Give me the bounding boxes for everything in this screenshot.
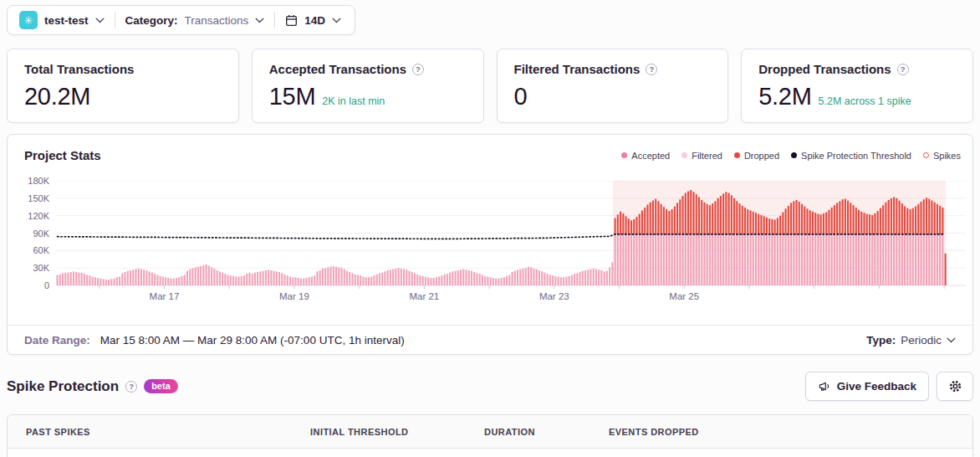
- legend-swatch-icon: [681, 152, 687, 158]
- project-stats-card: Project Stats AcceptedFilteredDroppedSpi…: [7, 134, 973, 355]
- type-selector[interactable]: Type: Periodic: [866, 334, 956, 347]
- chart-footer: Date Range: Mar 15 8:00 AM — Mar 29 8:00…: [8, 325, 972, 355]
- help-icon[interactable]: ?: [412, 64, 424, 75]
- table-header-row: Past Spikes Initial Threshold Duration E…: [8, 415, 972, 449]
- y-axis-label: 60K: [8, 245, 49, 255]
- legend-item-spikes[interactable]: Spikes: [923, 151, 961, 161]
- help-icon[interactable]: ?: [646, 64, 657, 75]
- legend-swatch-icon: [923, 152, 929, 158]
- section-title: Spike Protection: [7, 378, 119, 395]
- give-feedback-button[interactable]: Give Feedback: [805, 372, 929, 401]
- col-initial-threshold: Initial Threshold: [310, 427, 484, 437]
- stat-card-dropped: Dropped Transactions ? 5.2M 5.2M across …: [741, 49, 973, 123]
- project-stats-chart[interactable]: [56, 181, 966, 290]
- card-title: Total Transactions: [24, 62, 134, 76]
- legend-label: Spike Protection Threshold: [801, 151, 911, 161]
- legend-swatch-icon: [734, 152, 740, 158]
- col-past-spikes: Past Spikes: [26, 427, 310, 437]
- megaphone-icon: [818, 380, 830, 393]
- help-icon[interactable]: ?: [125, 381, 137, 393]
- chevron-down-icon: [255, 18, 264, 23]
- legend-label: Dropped: [744, 151, 779, 161]
- chevron-down-icon: [95, 18, 105, 23]
- filter-bar: ✳ test-test Category: Transactions 14D: [7, 5, 355, 35]
- project-avatar-icon: ✳: [19, 11, 38, 29]
- legend-label: Spikes: [933, 151, 961, 161]
- y-axis-label: 30K: [8, 263, 49, 273]
- y-axis-label: 150K: [8, 193, 49, 203]
- help-icon[interactable]: ?: [897, 64, 909, 75]
- date-range-value: Mar 15 8:00 AM — Mar 29 8:00 AM (-07:00 …: [100, 334, 405, 347]
- chart-legend: AcceptedFilteredDroppedSpike Protection …: [621, 151, 961, 161]
- card-value: 5.2M: [758, 83, 811, 110]
- spike-protection-header: Spike Protection ? beta Give Feedback: [7, 372, 973, 401]
- chevron-down-icon: [947, 337, 956, 343]
- x-axis-label: Mar 23: [525, 291, 584, 301]
- stat-card-accepted: Accepted Transactions ? 15M 2K in last m…: [252, 49, 484, 123]
- card-value: 15M: [269, 83, 316, 110]
- stat-card-total: Total Transactions 20.2M: [7, 49, 239, 123]
- x-axis-label: Mar 21: [395, 291, 453, 301]
- y-axis-label: 0: [8, 280, 49, 290]
- card-value: 0: [514, 83, 528, 110]
- legend-item-accepted[interactable]: Accepted: [621, 151, 670, 161]
- col-duration: Duration: [484, 427, 609, 437]
- beta-badge: beta: [144, 379, 178, 393]
- project-name: test-test: [44, 14, 89, 27]
- category-label: Category:: [125, 14, 178, 27]
- y-axis-label: 180K: [8, 176, 49, 186]
- x-axis-label: Mar 17: [135, 291, 194, 301]
- legend-label: Accepted: [631, 151, 670, 161]
- legend-item-spike-protection-threshold[interactable]: Spike Protection Threshold: [791, 151, 911, 161]
- period-value: 14D: [304, 14, 325, 27]
- chevron-down-icon: [332, 18, 341, 23]
- project-selector[interactable]: ✳ test-test: [18, 11, 115, 29]
- legend-swatch-icon: [621, 152, 627, 158]
- y-axis-label: 120K: [8, 211, 49, 221]
- past-spikes-table: Past Spikes Initial Threshold Duration E…: [7, 414, 973, 457]
- x-axis-label: Mar 19: [265, 291, 324, 301]
- date-range-label: Date Range:: [24, 334, 90, 347]
- col-events-dropped: Events Dropped: [609, 427, 972, 437]
- legend-label: Filtered: [692, 151, 722, 161]
- legend-item-dropped[interactable]: Dropped: [734, 151, 779, 161]
- chart-title: Project Stats: [24, 148, 101, 162]
- stat-card-filtered: Filtered Transactions ? 0: [497, 49, 729, 123]
- card-subtext: 2K in last min: [322, 95, 385, 107]
- table-row: [8, 449, 972, 457]
- stat-cards-row: Total Transactions 20.2M Accepted Transa…: [7, 49, 973, 123]
- category-value: Transactions: [185, 14, 249, 27]
- category-selector[interactable]: Category: Transactions: [115, 14, 275, 27]
- card-title: Accepted Transactions: [269, 62, 406, 76]
- gear-icon: [948, 379, 962, 393]
- settings-button[interactable]: [937, 372, 973, 401]
- x-axis-label: Mar 25: [655, 291, 713, 301]
- card-title: Filtered Transactions: [514, 62, 641, 76]
- card-subtext: 5.2M across 1 spike: [819, 95, 911, 107]
- legend-item-filtered[interactable]: Filtered: [681, 151, 722, 161]
- date-period-selector[interactable]: 14D: [275, 14, 345, 27]
- legend-swatch-icon: [791, 152, 797, 158]
- y-axis-label: 90K: [8, 228, 49, 239]
- usage-stats-page: ✳ test-test Category: Transactions 14D T…: [0, 0, 980, 457]
- card-title: Dropped Transactions: [758, 62, 891, 76]
- card-value: 20.2M: [24, 83, 90, 110]
- calendar-icon: [285, 14, 298, 27]
